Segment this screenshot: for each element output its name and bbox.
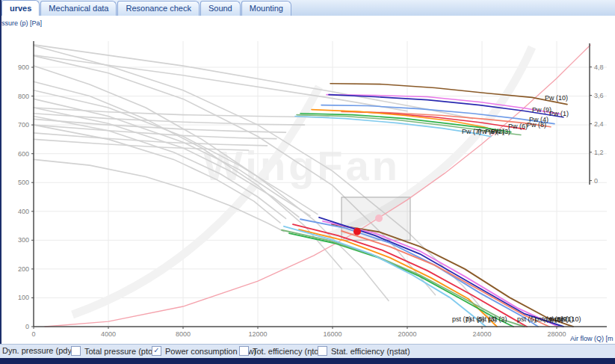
y-tick-label: 600 xyxy=(18,150,29,158)
right-y-tick-label: 0 xyxy=(594,177,598,185)
y-tick-label: 800 xyxy=(18,93,29,100)
pst-curve-label: pst (10) xyxy=(558,315,581,323)
right-y-tick-label: 2,4 xyxy=(594,120,604,128)
pw-curve-label: Pw (6) xyxy=(508,123,528,130)
tab-mechanical-data[interactable]: Mechanical data xyxy=(40,1,117,16)
pw-curve-label: Pw (3) xyxy=(491,128,510,135)
x-tick-label: 4000 xyxy=(101,330,116,338)
fan-curves-plot[interactable]: 0100200300400500600700800900040008000120… xyxy=(1,16,615,344)
checkbox-checked[interactable]: ✓ xyxy=(152,346,161,356)
curves-chart-panel[interactable]: ssure (p) [Pa] WingFan 01002003004005006… xyxy=(1,16,615,344)
toggle-label: Tot. efficiency (ηtot) xyxy=(253,347,324,356)
right-y-tick-label: 4,8 xyxy=(594,64,604,71)
right-y-tick-label: 1,2 xyxy=(594,149,604,156)
y-tick-label: 300 xyxy=(18,236,29,244)
toggle-dyn-pressure-pdyn-: Dyn. pressure (pdyn) xyxy=(2,346,79,355)
background-fan-curve xyxy=(34,133,268,146)
background-fan-curve xyxy=(34,56,436,295)
pw-curve-label: Pw (1) xyxy=(549,110,569,117)
y-tick-label: 200 xyxy=(18,265,29,273)
toggle-label: Dyn. pressure (pdyn) xyxy=(2,346,79,355)
pst-curve-fan-8 xyxy=(342,231,549,327)
tab-mounting[interactable]: Mounting xyxy=(241,1,291,16)
checkbox[interactable] xyxy=(318,346,327,356)
x-tick-label: 20000 xyxy=(398,330,416,338)
y-tick-label: 0 xyxy=(25,323,29,330)
x-tick-label: 24000 xyxy=(472,330,491,338)
y-tick-label: 500 xyxy=(18,179,29,186)
toggle-total-pressure-ptot-[interactable]: Total pressure (ptot) xyxy=(71,346,158,356)
toggle-label: Total pressure (ptot) xyxy=(84,347,158,356)
x-tick-label: 0 xyxy=(31,330,35,338)
target-duty-point[interactable] xyxy=(375,215,383,222)
toggle-stat-efficiency-stat-[interactable]: Stat. efficiency (ηstat) xyxy=(318,346,410,356)
checkbox[interactable] xyxy=(71,346,81,356)
curve-toggle-bar: Dyn. pressure (pdyn)Total pressure (ptot… xyxy=(0,344,615,359)
pw-curve-label: Pw (8) xyxy=(527,121,546,129)
x-tick-label: 16000 xyxy=(323,330,342,338)
operating-point[interactable] xyxy=(353,228,361,235)
x-tick-label: 12000 xyxy=(248,330,267,338)
toggle-label: Stat. efficiency (ηstat) xyxy=(331,347,410,356)
y-tick-label: 900 xyxy=(18,64,29,71)
y-tick-label: 700 xyxy=(18,121,29,129)
x-tick-label: 8000 xyxy=(176,330,191,338)
airflow-axis-title: Air flow (Q) [m xyxy=(570,335,614,342)
tab-urves[interactable]: urves xyxy=(1,0,40,16)
pst-curve-label: pst (2) xyxy=(488,315,507,323)
checkbox[interactable] xyxy=(239,346,249,356)
application-window: urvesMechanical dataResonance checkSound… xyxy=(0,0,615,364)
x-tick-label: 28000 xyxy=(547,330,566,338)
pst-curve-label: pst (6) xyxy=(517,315,537,323)
tab-resonance-check[interactable]: Resonance check xyxy=(117,1,199,16)
tab-sound[interactable]: Sound xyxy=(200,1,241,16)
background-fan-curve xyxy=(34,66,389,300)
tab-bar: urvesMechanical dataResonance checkSound… xyxy=(1,0,615,16)
y-tick-label: 100 xyxy=(18,294,29,301)
toggle-tot-efficiency-tot-[interactable]: Tot. efficiency (ηtot) xyxy=(239,346,324,356)
y-tick-label: 400 xyxy=(18,208,29,215)
window-bottom-bar xyxy=(0,358,615,364)
right-y-tick-label: 3,6 xyxy=(594,92,604,99)
pw-curve-label: Pw (10) xyxy=(545,94,568,102)
background-fan-curve xyxy=(34,114,305,125)
watermark-swoosh xyxy=(72,87,319,315)
